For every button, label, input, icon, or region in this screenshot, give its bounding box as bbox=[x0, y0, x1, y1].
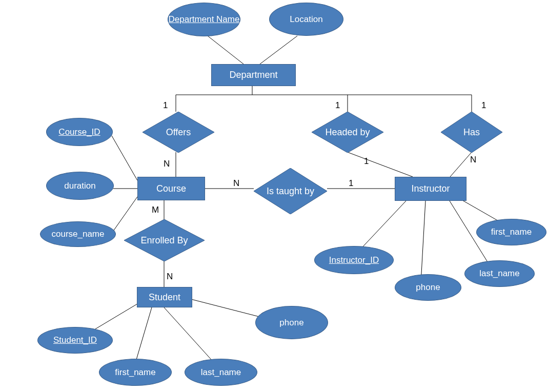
relationship-offers: Offers bbox=[143, 112, 214, 153]
attr-duration: duration bbox=[46, 172, 114, 200]
attr-department-name: Department Name bbox=[168, 3, 240, 36]
card-enrolled-course: M bbox=[152, 205, 159, 215]
card-offers-dept: 1 bbox=[163, 100, 168, 111]
er-diagram-stage: Department Course Student Instructor Off… bbox=[0, 0, 548, 392]
svg-line-22 bbox=[421, 201, 425, 283]
relationship-is-taught-by: Is taught by bbox=[254, 168, 327, 214]
svg-line-1 bbox=[260, 36, 297, 64]
relationship-headed-by-label: Headed by bbox=[323, 128, 372, 137]
relationship-enrolled-by: Enrolled By bbox=[124, 219, 205, 261]
svg-line-8 bbox=[348, 152, 413, 177]
entity-instructor: Instructor bbox=[395, 177, 466, 201]
attr-course-name: course_name bbox=[40, 221, 116, 247]
svg-line-19 bbox=[164, 307, 213, 361]
relationship-headed-by: Headed by bbox=[312, 112, 383, 153]
entity-course: Course bbox=[137, 177, 205, 200]
card-taught-course: N bbox=[233, 178, 239, 189]
relationship-enrolled-by-label: Enrolled By bbox=[138, 236, 190, 245]
entity-department: Department bbox=[211, 64, 296, 86]
card-has-instr: N bbox=[470, 155, 476, 165]
svg-line-0 bbox=[208, 36, 243, 64]
attr-instructor-id: Instructor_ID bbox=[314, 246, 394, 274]
attr-location: Location bbox=[269, 3, 343, 36]
attr-instructor-first-name: first_name bbox=[476, 219, 546, 245]
attr-course-id: Course_ID bbox=[46, 118, 113, 146]
card-offers-course: N bbox=[164, 159, 170, 169]
attr-instructor-phone: phone bbox=[395, 274, 461, 301]
svg-line-21 bbox=[356, 201, 406, 254]
attr-student-phone: phone bbox=[255, 306, 328, 339]
attr-student-id: Student_ID bbox=[37, 327, 113, 354]
relationship-has: Has bbox=[441, 112, 502, 153]
card-taught-instr: 1 bbox=[349, 178, 353, 189]
svg-line-9 bbox=[450, 152, 472, 177]
attr-instructor-last-name: last_name bbox=[464, 260, 535, 287]
card-enrolled-student: N bbox=[167, 272, 173, 282]
relationship-offers-label: Offers bbox=[164, 128, 193, 137]
card-has-dept: 1 bbox=[481, 100, 486, 111]
card-headed-instr: 1 bbox=[364, 156, 369, 167]
card-headed-dept: 1 bbox=[335, 100, 340, 111]
attr-student-last-name: last_name bbox=[185, 359, 257, 386]
attr-student-first-name: first_name bbox=[99, 359, 172, 386]
relationship-has-label: Has bbox=[461, 128, 482, 137]
svg-line-18 bbox=[136, 307, 152, 361]
relationship-is-taught-by-label: Is taught by bbox=[265, 187, 316, 196]
svg-line-14 bbox=[112, 136, 137, 180]
entity-student: Student bbox=[137, 287, 192, 307]
